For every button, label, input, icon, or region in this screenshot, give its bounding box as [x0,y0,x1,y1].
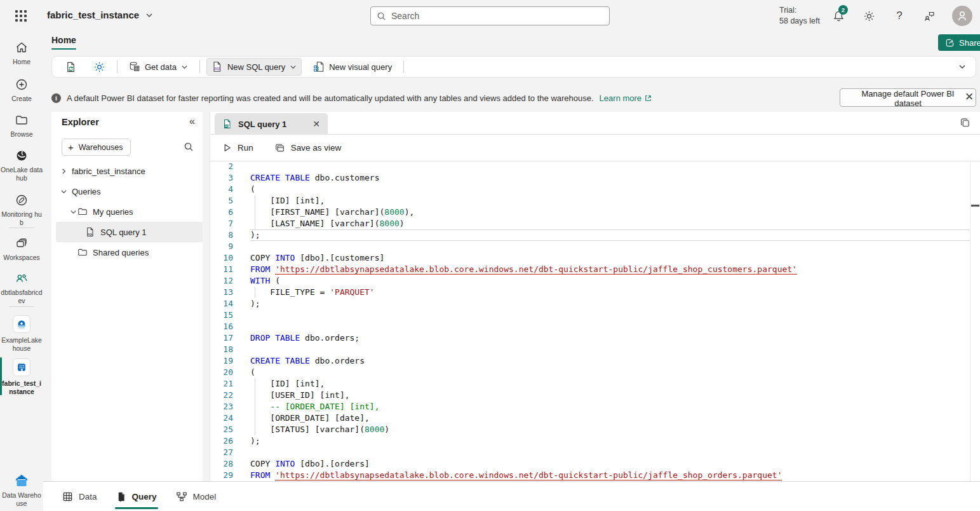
workspaces-icon [15,236,29,250]
line-number: 21 [210,378,233,390]
code-line-19: 19CREATE TABLE dbo.orders [210,355,980,367]
data-warehouse-icon [13,473,30,488]
indent-guide [255,401,255,412]
rail-item-label: Monitoring hub [1,210,43,226]
tab-close-icon[interactable]: ✕ [312,119,320,129]
chevron-right-icon[interactable] [59,168,68,175]
line-number: 19 [210,355,233,367]
line-number: 16 [210,321,233,332]
code-line-29: 29FROM 'https://dbtlabsynapsedatalake.bl… [210,470,980,481]
rail-item-browse[interactable]: Browse [0,112,43,139]
workspace-switcher[interactable]: fabric_test_instance [47,10,153,20]
help-button[interactable]: ? [892,8,907,24]
plus-icon: + [68,142,74,153]
line-number: 10 [210,252,233,264]
line-text: ); [250,435,260,447]
svg-text:SQL: SQL [88,233,93,236]
rail-item-create[interactable]: Create [0,76,43,103]
rail-item-warehouse[interactable]: fabric_test_instance [0,357,43,395]
line-text: COPY INTO [dbo].[orders] [250,458,370,470]
workspace-name: fabric_test_instance [47,10,139,20]
ribbon-tab-home[interactable]: Home [51,35,76,50]
home-icon [15,41,29,55]
ribbon-collapse-chevron[interactable] [958,62,967,71]
svg-text:SQL: SQL [215,67,221,71]
refresh-script-button[interactable] [60,58,82,76]
app-launcher-icon[interactable] [14,9,28,23]
get-data-button[interactable]: Get data [124,58,193,76]
rail-item-dw[interactable]: Data Warehouse [0,472,43,507]
rail-item-workspaces[interactable]: Workspaces [0,235,43,262]
rail-item-home[interactable]: Home [0,39,43,66]
left-rail: HomeCreateBrowseOneLake data hubMonitori… [0,32,43,511]
rail-item-label: OneLake data hub [1,166,43,182]
code-line-15: 15 [210,310,980,321]
tree-item-shared-queries[interactable]: Shared queries [51,242,203,262]
share-button[interactable]: Share [938,34,980,51]
model-view-icon [176,491,187,502]
chevron-down-icon[interactable] [59,188,68,195]
code-line-6: 6 [FIRST_NAME] [varchar](8000), [210,207,980,218]
rail-item-label: Data Warehouse [1,491,43,507]
query-tab[interactable]: SQL SQL query 1 ✕ [215,113,328,135]
line-text: [LAST_NAME] [varchar](8000) [250,218,405,229]
code-line-28: 28COPY INTO [dbo].[orders] [210,458,980,470]
top-bar: fabric_test_instance Search Trial: 58 da… [0,0,980,32]
view-tab-query[interactable]: Query [116,491,157,502]
account-avatar[interactable] [952,6,972,26]
line-text: CREATE TABLE dbo.customers [250,172,380,184]
indent-guide [255,412,255,424]
rail-item-lakehouse[interactable]: ExampleLakehouse [0,314,43,352]
code-line-18: 18 [210,344,980,355]
tool-settings-button[interactable] [88,58,111,76]
line-text: -- [ORDER_DATE] [int], [250,401,380,412]
sql-editor[interactable]: 23CREATE TABLE dbo.customers4(5 [ID] [in… [210,161,980,481]
manage-dataset-button[interactable]: Manage default Power BI dataset [840,88,976,107]
line-number: 18 [210,344,233,355]
line-text: COPY INTO [dbo].[customers] [250,252,384,264]
new-sql-query-button[interactable]: SQL New SQL query [206,58,302,76]
tree-item-queries[interactable]: Queries [51,181,203,201]
explorer-search-icon[interactable] [184,142,194,152]
rail-item-dbtlabs[interactable]: dbtlabsfabricdev [0,270,43,304]
new-warehouses-button[interactable]: + Warehouses [62,139,131,156]
line-number: 12 [210,275,233,287]
indent-guide [255,287,255,298]
save-as-view-button[interactable]: Save as view [275,143,342,153]
line-number: 17 [210,332,233,344]
learn-more-link[interactable]: Learn more [600,93,652,103]
code-line-14: 14); [210,298,980,310]
tree-item-sql-query-1[interactable]: SQLSQL query 1 [56,222,203,242]
copy-icon[interactable] [960,118,970,128]
fabric-app: fabric_test_instance Search Trial: 58 da… [0,0,980,511]
line-number: 6 [210,207,233,218]
feedback-button[interactable] [922,8,937,24]
line-number: 27 [210,447,233,458]
query-tabstrip: SQL SQL query 1 ✕ [210,112,980,135]
view-tab-data[interactable]: Data [62,491,97,502]
editor-overview-ruler [970,161,970,481]
sqldoc-icon: SQL [85,227,95,237]
tree-item-my-queries[interactable]: My queries [51,201,203,222]
code-line-16: 16 [210,321,980,332]
search-input[interactable]: Search [370,6,610,25]
collapse-panel-icon[interactable]: « [189,116,195,127]
code-line-26: 26); [210,435,980,447]
code-line-7: 7 [LAST_NAME] [varchar](8000) [210,218,980,229]
code-line-3: 3CREATE TABLE dbo.customers [210,172,980,184]
question-icon: ? [896,10,902,22]
tree-item-fabric-test-instance[interactable]: fabric_test_instance [51,161,203,181]
rail-item-monitoring[interactable]: Monitoring hub [0,192,43,226]
indent-guide [255,195,255,207]
folder-icon [77,247,88,257]
new-visual-query-button[interactable]: New visual query [308,58,397,76]
current-line-highlight [250,229,970,241]
settings-button[interactable] [861,8,876,24]
view-tab-model[interactable]: Model [176,491,217,502]
rail-item-onelake[interactable]: OneLake data hub [0,147,43,182]
chevron-down-icon[interactable] [69,208,77,215]
banner-close-icon[interactable]: ✕ [965,90,974,104]
explorer-tree: fabric_test_instanceQueriesMy queriesSQL… [51,161,203,262]
indent-guide [255,218,255,229]
run-button[interactable]: Run [222,143,253,153]
